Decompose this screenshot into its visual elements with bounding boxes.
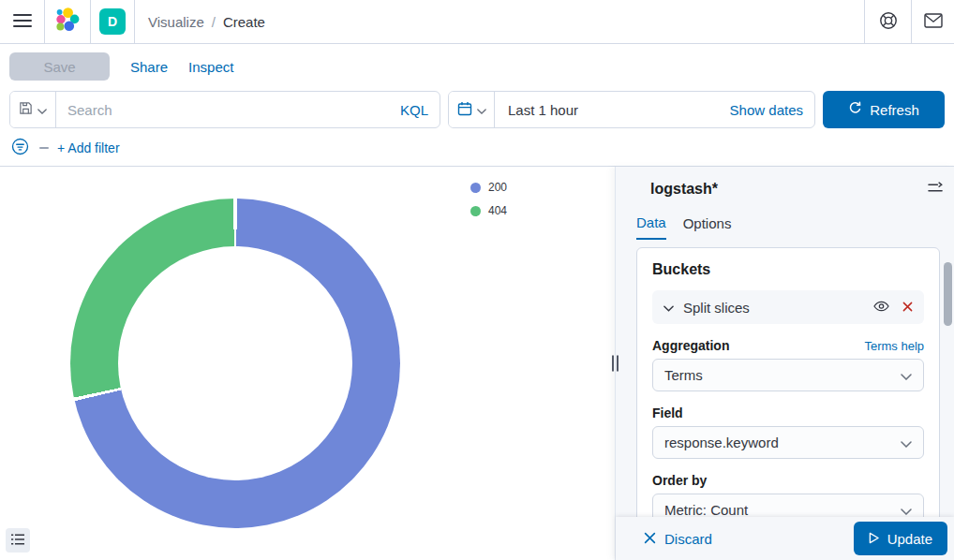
- show-dates-button[interactable]: Show dates: [730, 102, 814, 118]
- help-button[interactable]: [864, 0, 911, 43]
- aggregation-group: Aggregation Terms help Terms: [652, 338, 924, 391]
- breadcrumb-separator: /: [212, 14, 216, 30]
- play-icon: [869, 531, 879, 547]
- envelope-icon: [924, 13, 943, 31]
- breadcrumb-create: Create: [223, 14, 265, 30]
- order-by-label: Order by: [652, 473, 707, 488]
- chevron-down-icon: [901, 435, 912, 450]
- saved-query-menu-button[interactable]: [10, 92, 56, 127]
- space-badge: D: [99, 8, 126, 35]
- search-input[interactable]: [56, 102, 400, 118]
- buckets-card: Buckets Split slices: [636, 247, 940, 560]
- field-group: Field response.keyword: [652, 405, 924, 459]
- terms-help-link[interactable]: Terms help: [864, 339, 924, 353]
- panel-resizer-handle[interactable]: [612, 356, 619, 372]
- panel-scrollbar[interactable]: [944, 262, 952, 326]
- add-filter-button[interactable]: + Add filter: [57, 140, 120, 155]
- toggle-visibility-button[interactable]: [872, 299, 891, 317]
- filter-drag-dash: [39, 147, 49, 149]
- legend-item-404[interactable]: 404: [470, 204, 507, 217]
- collapse-panel-icon: [928, 183, 944, 197]
- filter-bar: + Add filter: [0, 130, 954, 167]
- field-select[interactable]: response.keyword: [652, 426, 924, 459]
- buckets-title: Buckets: [652, 261, 924, 278]
- main-content: 200 404 logstash*: [0, 167, 954, 560]
- update-button[interactable]: Update: [854, 522, 947, 555]
- chevron-down-icon: [37, 103, 47, 117]
- search-bar: KQL: [9, 91, 440, 128]
- filter-options-button[interactable]: [9, 136, 31, 160]
- refresh-label: Refresh: [870, 102, 919, 118]
- query-language-button[interactable]: KQL: [400, 102, 440, 118]
- elastic-logo-icon: [55, 7, 80, 36]
- breadcrumb-visualize[interactable]: Visualize: [148, 14, 204, 30]
- newsfeed-button[interactable]: [911, 0, 954, 43]
- hamburger-icon: [13, 13, 32, 31]
- update-label: Update: [887, 531, 932, 547]
- editor-footer: Discard Update: [616, 517, 954, 560]
- date-picker: Last 1 hour Show dates: [448, 91, 815, 128]
- index-pattern-title: logstash*: [650, 181, 718, 198]
- quick-select-menu-button[interactable]: [449, 92, 495, 127]
- discard-button[interactable]: Discard: [644, 531, 712, 547]
- space-switcher[interactable]: D: [91, 0, 135, 43]
- filter-icon: [11, 138, 29, 158]
- share-button[interactable]: Share: [130, 59, 168, 75]
- order-by-value: Metric: Count: [664, 502, 748, 518]
- collapse-panel-button[interactable]: [926, 180, 946, 199]
- field-value: response.keyword: [664, 435, 779, 450]
- visualization-area: 200 404: [0, 167, 615, 560]
- donut-chart[interactable]: [70, 199, 400, 528]
- chart-legend: 200 404: [470, 181, 507, 217]
- refresh-button[interactable]: Refresh: [823, 91, 945, 128]
- aggregation-select[interactable]: Terms: [652, 359, 924, 391]
- split-slices-accordion[interactable]: Split slices: [652, 290, 924, 324]
- breadcrumb: Visualize / Create: [135, 0, 864, 43]
- legend-label-404: 404: [488, 204, 507, 217]
- chevron-down-icon: [477, 103, 486, 117]
- save-button[interactable]: Save: [9, 52, 110, 81]
- visualize-actions-bar: Save Share Inspect: [0, 44, 954, 89]
- editor-tabs: Data Options: [636, 214, 940, 240]
- saved-query-icon: [19, 101, 33, 118]
- chevron-down-icon: [663, 299, 674, 316]
- refresh-icon: [848, 101, 862, 118]
- field-label: Field: [652, 405, 683, 420]
- discard-label: Discard: [664, 531, 712, 547]
- split-slices-label: Split slices: [683, 300, 862, 316]
- legend-item-200[interactable]: 200: [470, 181, 507, 194]
- top-navigation: D Visualize / Create: [0, 0, 954, 44]
- chevron-down-icon: [901, 367, 912, 383]
- legend-dot-200: [470, 183, 481, 193]
- aggregation-label: Aggregation: [652, 338, 729, 353]
- aggregation-value: Terms: [664, 367, 703, 383]
- tab-options[interactable]: Options: [683, 214, 732, 240]
- eye-icon: [873, 301, 889, 315]
- menu-button[interactable]: [0, 0, 45, 43]
- remove-bucket-button[interactable]: [901, 299, 915, 317]
- editor-panel: logstash* Data Options Buckets Split sli…: [615, 167, 954, 560]
- donut-hole: [118, 246, 352, 480]
- list-icon: [10, 533, 25, 549]
- time-range-button[interactable]: Last 1 hour: [495, 102, 578, 118]
- tab-data[interactable]: Data: [636, 214, 666, 240]
- query-bar: KQL Last 1 hour Show dates Refresh: [0, 89, 954, 130]
- legend-dot-404: [470, 206, 481, 216]
- chevron-down-icon: [901, 502, 912, 518]
- help-lifebuoy-icon: [879, 11, 898, 33]
- legend-toggle-button[interactable]: [6, 528, 30, 553]
- calendar-icon: [457, 101, 472, 119]
- legend-label-200: 200: [488, 181, 507, 194]
- inspect-button[interactable]: Inspect: [188, 59, 233, 75]
- elastic-logo[interactable]: [45, 0, 91, 43]
- topnav-right-actions: [864, 0, 954, 43]
- x-icon: [644, 531, 656, 547]
- red-x-icon: [902, 301, 913, 315]
